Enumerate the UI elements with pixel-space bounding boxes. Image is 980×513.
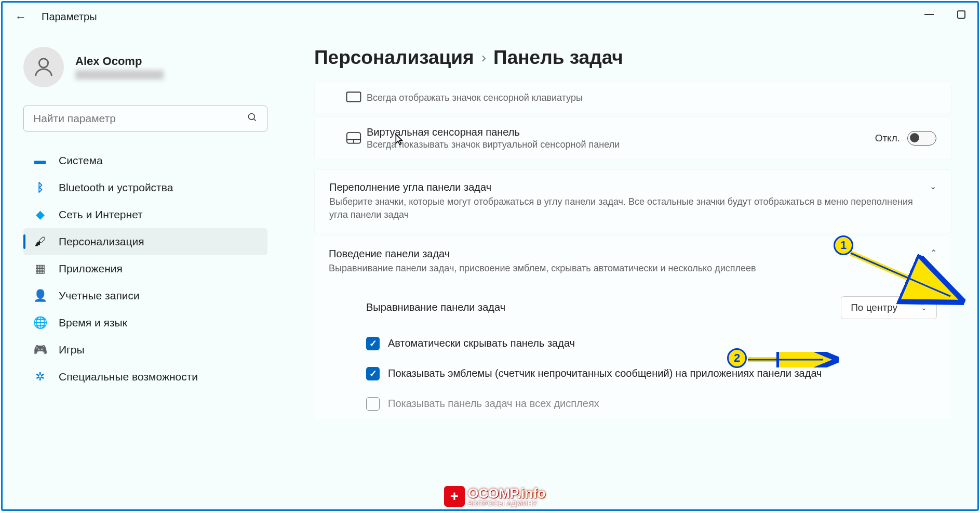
window-title: Параметры [42, 11, 97, 23]
alignment-label: Выравнивание панели задач [366, 301, 841, 313]
sidebar: Alex Ocomp ▬ Система ᛒ Bluetooth и устро… [3, 31, 283, 509]
taskbar-overflow-section[interactable]: Переполнение угла панели задач Выберите … [314, 169, 951, 233]
nav-system[interactable]: ▬ Система [23, 147, 267, 174]
nav-time-language[interactable]: 🌐 Время и язык [23, 309, 267, 336]
virtual-touchpad-row[interactable]: Виртуальная сенсорная панель Всегда пока… [314, 116, 951, 160]
search-input[interactable] [33, 112, 247, 125]
auto-hide-row: ✓ Автоматически скрывать панель задач [314, 328, 951, 359]
check-label: Автоматически скрывать панель задач [388, 337, 575, 349]
nav-label: Сеть и Интернет [59, 208, 143, 221]
badges-checkbox[interactable]: ✓ [366, 367, 380, 380]
nav-label: Время и язык [59, 317, 127, 329]
gamepad-icon: 🎮 [33, 343, 47, 357]
all-displays-checkbox[interactable] [366, 397, 380, 411]
title-bar: ← Параметры [3, 3, 977, 31]
alignment-row: Выравнивание панели задач По центру ⌄ [314, 287, 951, 328]
auto-hide-checkbox[interactable]: ✓ [366, 337, 380, 350]
search-box[interactable] [23, 106, 267, 131]
display-icon: ▬ [33, 153, 47, 168]
chevron-right-icon: › [481, 49, 486, 66]
toggle-state-label: Откл. [875, 133, 900, 144]
svg-line-2 [254, 119, 256, 121]
cursor-icon [395, 134, 404, 149]
nav-apps[interactable]: ▦ Приложения [23, 255, 267, 282]
window-controls [923, 9, 967, 20]
breadcrumb: Персонализация › Панель задач [314, 47, 951, 69]
maximize-button[interactable] [956, 9, 967, 20]
badges-row: ✓ Показывать эмблемы (счетчик непрочитан… [314, 359, 951, 389]
user-block[interactable]: Alex Ocomp [23, 47, 267, 87]
accessibility-icon: ✲ [33, 370, 47, 384]
nav-bluetooth[interactable]: ᛒ Bluetooth и устройства [23, 174, 267, 201]
breadcrumb-current: Панель задач [493, 47, 623, 69]
dropdown-value: По центру [851, 302, 897, 313]
person-icon: 👤 [33, 288, 47, 303]
plus-icon: + [444, 486, 465, 507]
nav-label: Игры [59, 344, 85, 356]
nav-label: Приложения [59, 262, 123, 275]
breadcrumb-parent[interactable]: Персонализация [314, 47, 474, 69]
nav-network[interactable]: ◆ Сеть и Интернет [23, 201, 267, 228]
setting-title: Виртуальная сенсорная панель [367, 126, 875, 138]
section-desc: Выберите значки, которые могут отображат… [329, 195, 920, 221]
chevron-down-icon: ⌄ [921, 304, 927, 312]
annotation-badge-2: 2 [727, 348, 747, 368]
settings-window: ← Параметры Alex Ocomp [1, 1, 979, 511]
nav-label: Bluetooth и устройства [59, 181, 173, 194]
annotation-badge-1: 1 [834, 235, 853, 255]
nav-gaming[interactable]: 🎮 Игры [23, 336, 267, 363]
section-title: Переполнение угла панели задач [329, 181, 920, 193]
chevron-up-icon: ⌃ [930, 248, 937, 258]
nav-label: Учетные записи [59, 290, 140, 302]
main-content: Персонализация › Панель задач Всегда ото… [283, 31, 977, 509]
touch-keyboard-row[interactable]: Всегда отображать значок сенсорной клави… [314, 82, 951, 113]
setting-desc: Всегда отображать значок сенсорной клави… [367, 93, 936, 103]
nav-list: ▬ Система ᛒ Bluetooth и устройства ◆ Сет… [23, 147, 267, 390]
svg-point-1 [249, 113, 255, 120]
check-label: Показывать панель задач на всех дисплеях [388, 398, 599, 410]
back-button[interactable]: ← [13, 9, 29, 25]
all-displays-row: Показывать панель задач на всех дисплеях [314, 389, 951, 419]
nav-personalization[interactable]: 🖌 Персонализация [23, 228, 267, 255]
globe-icon: 🌐 [33, 315, 47, 330]
search-icon [247, 112, 258, 125]
nav-accounts[interactable]: 👤 Учетные записи [23, 282, 267, 309]
brush-icon: 🖌 [33, 234, 47, 249]
taskbar-behavior-section: Поведение панели задач Выравнивание пане… [314, 236, 951, 418]
section-title: Поведение панели задач [329, 248, 921, 260]
wifi-icon: ◆ [33, 207, 47, 222]
svg-point-0 [39, 59, 48, 68]
user-email-blurred [75, 70, 164, 80]
setting-desc: Всегда показывать значок виртуальной сен… [367, 139, 875, 150]
apps-icon: ▦ [33, 261, 47, 276]
nav-label: Система [59, 154, 103, 167]
check-label: Показывать эмблемы (счетчик непрочитанны… [388, 367, 822, 379]
user-name: Alex Ocomp [75, 55, 164, 68]
nav-label: Персонализация [59, 235, 144, 248]
chevron-down-icon: ⌄ [930, 181, 936, 191]
touchpad-icon [346, 132, 361, 144]
avatar [23, 47, 64, 87]
svg-rect-3 [347, 92, 361, 101]
nav-accessibility[interactable]: ✲ Специальные возможности [23, 363, 267, 390]
keyboard-icon [346, 91, 361, 104]
behavior-header[interactable]: Поведение панели задач Выравнивание пане… [314, 236, 951, 286]
section-desc: Выравнивание панели задач, присвоение эм… [329, 262, 921, 275]
nav-label: Специальные возможности [59, 371, 198, 383]
minimize-button[interactable] [923, 9, 935, 20]
watermark: + OCOMP.info ВОПРОСЫ АДМИНУ [444, 485, 546, 507]
bluetooth-icon: ᛒ [33, 180, 47, 195]
alignment-dropdown[interactable]: По центру ⌄ [841, 296, 937, 319]
toggle-switch[interactable] [907, 131, 936, 146]
